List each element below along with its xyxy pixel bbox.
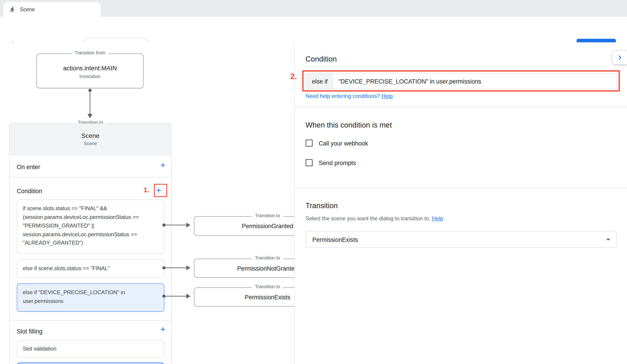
transition-from-node[interactable]: Transition from actions.intent.MAIN Invo… [36,54,144,89]
condition-item-selected[interactable]: else if "DEVICE_PRECISE_LOCATION" in use… [17,283,164,312]
chevron-right-icon [615,53,624,62]
tab-strip: Scene [0,0,627,17]
plus-icon: + [156,185,161,195]
help-prompt-text: Need help entering conditions? [306,93,380,99]
plus-icon: + [160,160,165,170]
webhook-label: Call your webhook [319,140,368,146]
slot-validation-label: Slot validation [23,345,56,353]
collapse-panel-button[interactable] [612,51,627,64]
transition-scene-value: PermissionExists [312,236,603,243]
transition-scene-select[interactable]: PermissionExists [306,231,617,248]
scene-node-title: Scene [10,132,171,139]
connector-arrowhead-icon [186,266,190,270]
annotation-step-1: 1. [144,186,149,194]
condition-text: else if "DEVICE_PRECISE_LOCATION" in use… [23,288,158,305]
scene-node-subtitle: Scene [10,141,171,146]
transition-from-label: Transition from [71,50,108,55]
add-slot-button[interactable]: + [160,325,165,334]
connector-dot [162,295,165,298]
divider [10,177,171,178]
connector-line [90,91,91,114]
divider [10,320,171,321]
tab-title: Scene [20,6,35,12]
transition-description-text: Select the scene you want the dialog to … [306,215,430,222]
intent-type: Invocation [37,74,143,79]
connector-dot [162,266,165,269]
condition-item[interactable]: if scene.slots.status == "FINAL" && (ses… [17,199,164,254]
transition-description: Select the scene you want the dialog to … [306,215,443,222]
condition-item[interactable]: else if scene.slots.status == "FINAL" [17,259,164,278]
conditions-help-link[interactable]: Help [381,93,392,99]
condition-expression-input[interactable] [334,74,616,89]
transition-help-link[interactable]: Help [432,215,443,222]
partial-next-item[interactable] [17,363,164,364]
divider [294,188,627,188]
intent-name: actions.intent.MAIN [37,65,143,72]
when-met-heading: When this condition is met [306,121,392,130]
send-prompts-checkbox[interactable] [306,159,313,166]
connector-line [165,296,186,297]
connector-arrowhead-icon [186,223,190,227]
slot-filling-section-label: Slot filling [17,328,43,335]
webhook-checkbox[interactable] [306,139,313,147]
plus-icon: + [160,324,165,334]
divider [294,107,627,108]
add-on-enter-button[interactable]: + [160,161,165,170]
connector-line [165,225,186,226]
transition-to-label: Transition to [252,255,283,260]
condition-section-label: Condition [17,187,42,194]
connector-arrowhead-icon [88,114,92,118]
condition-text: if scene.slots.status == "FINAL" && (ses… [23,204,140,247]
add-condition-button[interactable]: + [156,186,161,195]
condition-editor: else if [306,73,617,89]
scene-tab[interactable]: Scene [3,2,101,17]
transition-heading: Transition [306,201,338,210]
select-caret-icon [603,235,613,244]
connector-arrowhead-icon [186,294,190,298]
screenshot-root: Scene Scene English Cancel Save [0,0,627,364]
on-enter-section-label: On enter [17,163,40,170]
target-scene-name: PermissionNotGranted [237,265,298,272]
slot-validation-item[interactable]: Slot validation [17,340,164,358]
assistant-run-icon [9,6,15,13]
transition-to-label: Transition to [252,284,283,289]
condition-prefix-chip: else if [306,74,334,89]
conditions-help-line: Need help entering conditions?Help [306,93,393,99]
transition-to-label: Transition to [252,213,283,218]
connector-line [165,268,186,268]
send-prompts-label: Send prompts [319,159,356,166]
send-prompts-option-row: Send prompts [306,159,356,166]
actions-console-page: Scene Scene English Cancel Save [0,0,627,364]
page-header: Scene English Cancel Save [0,17,627,43]
condition-text: else if scene.slots.status == "FINAL" [23,264,110,273]
condition-heading: Condition [306,55,337,64]
condition-editor-panel: Condition 2. else if Need help entering … [294,43,627,364]
target-scene-name: PermissionGranted [242,223,293,229]
connector-dot [162,224,165,227]
scene-node: Transition to Scene Scene On enter + Con… [9,123,172,364]
webhook-option-row: Call your webhook [306,139,368,147]
annotation-step-2: 2. [290,72,297,81]
scene-node-header[interactable]: Scene Scene [10,124,171,155]
target-scene-name: PermissionExists [245,293,290,300]
